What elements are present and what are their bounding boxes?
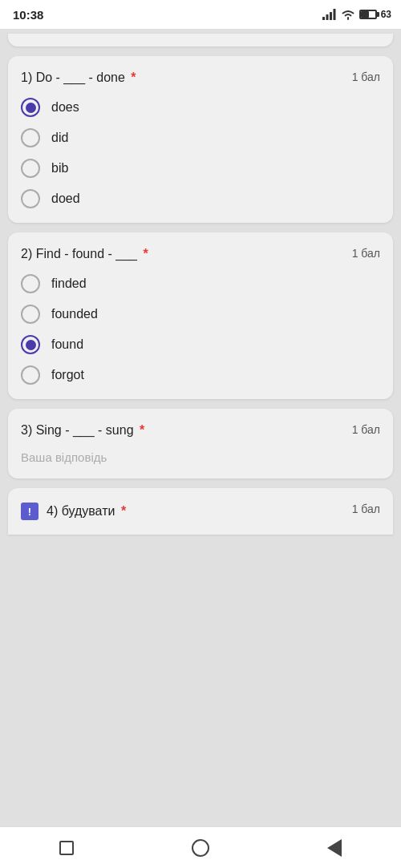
question-1-score: 1 бал [352, 71, 380, 83]
comment-badge-icon: ! [21, 503, 38, 520]
nav-home-circle-icon [192, 839, 209, 857]
radio-finded[interactable] [21, 274, 40, 293]
radio-did-label: did [51, 131, 68, 145]
radio-found-inner [26, 340, 36, 350]
question-4-label-group: ! 4) будувати * [21, 503, 342, 520]
nav-forward-button[interactable] [318, 832, 350, 864]
question-3-header: 3) Sing - ___ - sung * 1 бал [21, 423, 380, 438]
question-1-option-2[interactable]: did [21, 128, 380, 147]
question-4-score: 1 бал [352, 503, 380, 515]
radio-found[interactable] [21, 335, 40, 354]
question-3-text: 3) Sing - ___ - sung * [21, 423, 342, 438]
radio-does-inner [26, 103, 36, 113]
question-2-card: 2) Find - found - ___ * 1 бал finded fou… [8, 232, 393, 399]
nav-back-button[interactable] [51, 832, 83, 864]
question-1-option-3[interactable]: bib [21, 159, 380, 178]
question-1-header: 1) Do - ___ - done * 1 бал [21, 71, 380, 85]
signal-icon [322, 9, 337, 20]
question-2-required: * [143, 247, 148, 260]
question-1-option-4[interactable]: doed [21, 189, 380, 208]
radio-doed-label: doed [51, 192, 80, 206]
question-2-header: 2) Find - found - ___ * 1 бал [21, 247, 380, 261]
svg-rect-3 [333, 9, 335, 20]
question-2-option-2[interactable]: founded [21, 305, 380, 324]
svg-rect-0 [322, 17, 325, 20]
comment-badge-symbol: ! [28, 506, 31, 518]
content-area: 1) Do - ___ - done * 1 бал does did bib … [0, 29, 401, 826]
radio-founded-label: founded [51, 307, 98, 321]
question-4-card: ! 4) будувати * 1 бал [8, 488, 393, 535]
question-4-required: * [121, 504, 126, 518]
radio-founded[interactable] [21, 305, 40, 324]
question-4-text: 4) будувати * [47, 504, 342, 519]
radio-bib-label: bib [51, 161, 68, 176]
status-time: 10:38 [13, 8, 43, 22]
wifi-icon [341, 9, 355, 20]
top-partial-card [8, 34, 393, 46]
nav-triangle-icon [327, 839, 342, 857]
battery-level: 63 [381, 9, 391, 20]
question-2-score: 1 бал [352, 247, 380, 260]
battery-icon [359, 10, 377, 19]
question-2-option-4[interactable]: forgot [21, 365, 380, 385]
question-4-header: ! 4) будувати * 1 бал [21, 503, 380, 520]
radio-doed[interactable] [21, 189, 40, 208]
question-3-card: 3) Sing - ___ - sung * 1 бал Ваша відпов… [8, 409, 393, 478]
status-icons: 63 [322, 9, 391, 20]
question-1-option-1[interactable]: does [21, 98, 380, 117]
question-1-required: * [131, 71, 136, 84]
question-1-card: 1) Do - ___ - done * 1 бал does did bib … [8, 56, 393, 223]
question-3-score: 1 бал [352, 423, 380, 436]
status-bar: 10:38 63 [0, 0, 401, 29]
nav-home-button[interactable] [184, 832, 217, 864]
question-2-option-1[interactable]: finded [21, 274, 380, 293]
radio-forgot-label: forgot [51, 368, 84, 382]
nav-bar [0, 826, 401, 868]
radio-bib[interactable] [21, 159, 40, 178]
radio-does[interactable] [21, 98, 40, 117]
question-2-option-3[interactable]: found [21, 335, 380, 354]
radio-found-label: found [51, 337, 83, 352]
nav-square-icon [59, 841, 74, 855]
svg-rect-2 [330, 12, 332, 20]
question-2-text: 2) Find - found - ___ * [21, 247, 342, 261]
question-3-placeholder[interactable]: Ваша відповідь [21, 450, 380, 464]
svg-rect-1 [326, 14, 328, 20]
question-3-required: * [140, 423, 144, 437]
radio-finded-label: finded [51, 277, 87, 291]
radio-did[interactable] [21, 128, 40, 147]
radio-does-label: does [51, 100, 79, 115]
question-1-text: 1) Do - ___ - done * [21, 71, 342, 85]
radio-forgot[interactable] [21, 365, 40, 385]
